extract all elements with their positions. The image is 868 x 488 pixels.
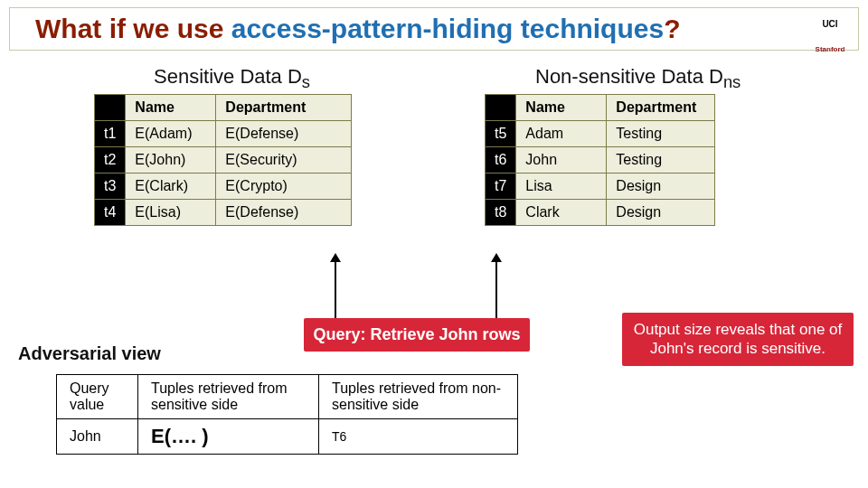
reveal-callout: Output size reveals that one of John's r… <box>622 313 854 366</box>
col-department: Department <box>216 95 352 121</box>
nonsensitive-tuples-cell: T6 <box>319 419 518 455</box>
col-nonsensitive-tuples: Tuples retrieved from non-sensitive side <box>319 375 518 419</box>
table-row: t7LisaDesign <box>486 174 715 200</box>
nonsensitive-data-label: Non-sensitive Data Dns <box>535 65 741 92</box>
stanford-logo: Stanford <box>813 37 847 61</box>
table-header-row: Name Department <box>95 95 352 121</box>
sensitive-tuples-cell: E(…. ) <box>138 419 319 455</box>
adversarial-view-label: Adversarial view <box>18 343 161 364</box>
table-row: John E(…. ) T6 <box>57 419 518 455</box>
uci-logo: UCI <box>813 12 847 35</box>
table-row: t5AdamTesting <box>486 121 715 147</box>
table-row: t8ClarkDesign <box>486 200 715 226</box>
adversarial-table: Query value Tuples retrieved from sensit… <box>56 374 518 455</box>
table-row: t2E(John)E(Security) <box>95 147 352 174</box>
table-header-row: Name Department <box>486 95 715 121</box>
col-sensitive-tuples: Tuples retrieved from sensitive side <box>138 375 319 419</box>
title-prefix: What if we use <box>35 14 231 43</box>
logo-stack: UCI Stanford <box>813 12 847 61</box>
table-row: t1E(Adam)E(Defense) <box>95 121 352 147</box>
title-bar: What if we use access-pattern-hiding tec… <box>9 7 859 51</box>
table-row: t4E(Lisa)E(Defense) <box>95 200 352 226</box>
col-query-value: Query value <box>57 375 138 419</box>
col-department: Department <box>607 95 715 121</box>
col-name: Name <box>516 95 607 121</box>
query-value-cell: John <box>57 419 138 455</box>
arrow-icon <box>335 260 336 318</box>
slide-title: What if we use access-pattern-hiding tec… <box>35 14 680 44</box>
table-row: t6JohnTesting <box>486 147 715 174</box>
title-accent: access-pattern-hiding techniques <box>231 14 664 43</box>
query-callout: Query: Retrieve John rows <box>304 318 530 352</box>
table-row: t3E(Clark)E(Crypto) <box>95 174 352 200</box>
arrow-icon <box>495 260 497 318</box>
title-suffix: ? <box>664 14 680 43</box>
sensitive-data-label: Sensitive Data Ds <box>154 65 310 92</box>
table-header-row: Query value Tuples retrieved from sensit… <box>57 375 518 419</box>
corner-cell <box>486 95 516 121</box>
nonsensitive-table: Name Department t5AdamTesting t6JohnTest… <box>485 94 715 226</box>
col-name: Name <box>126 95 216 121</box>
corner-cell <box>95 95 126 121</box>
sensitive-table: Name Department t1E(Adam)E(Defense) t2E(… <box>94 94 352 226</box>
